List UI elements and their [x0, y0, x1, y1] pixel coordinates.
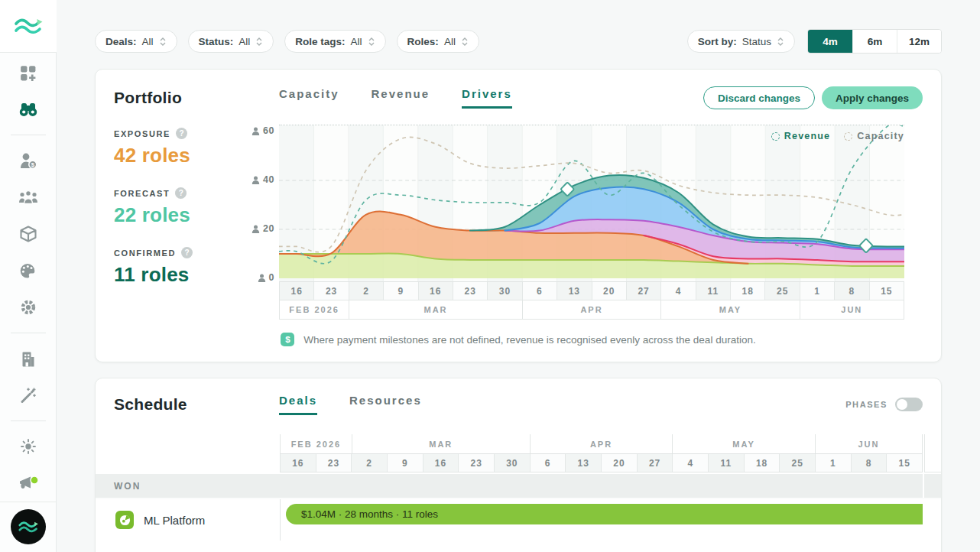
tab-drivers[interactable]: Drivers — [462, 87, 512, 109]
y-axis-tick: 0 — [258, 272, 274, 283]
tab-revenue[interactable]: Revenue — [372, 87, 430, 109]
person-icon — [251, 176, 260, 184]
binoculars-icon — [18, 101, 38, 118]
sort-label: Sort by: — [698, 36, 737, 47]
sidebar: $ — [0, 0, 57, 552]
filter-label: Status: — [199, 36, 234, 47]
notification-dot — [31, 476, 38, 484]
logo-waves-icon — [13, 15, 44, 37]
schedule-right-gutter — [924, 499, 941, 541]
tab-resources[interactable]: Resources — [349, 394, 422, 415]
sidebar-item-branding[interactable] — [18, 260, 39, 281]
section-row-body: WON — [96, 474, 923, 498]
sidebar-item-automations[interactable] — [18, 385, 39, 406]
sidebar-item-announcements[interactable] — [18, 472, 39, 494]
sidebar-item-company[interactable] — [18, 348, 39, 369]
y-axis-tick: 60 — [251, 125, 274, 136]
schedule-axis-dates: 162329162330613202741118251815 — [280, 453, 923, 472]
axis-date-cell: 4 — [661, 282, 696, 300]
axis-date-cell: 27 — [638, 454, 673, 472]
main-content: Deals: All Status: All Role tags: All Ro… — [57, 0, 980, 552]
tab-capacity[interactable]: Capacity — [279, 87, 339, 109]
toggle-knob — [897, 399, 907, 410]
deal-bar[interactable]: $1.04M · 28 months · 11 roles — [286, 504, 923, 524]
sidebar-item-team[interactable] — [18, 187, 39, 208]
user-avatar[interactable] — [11, 509, 46, 544]
axis-date-cell: 2 — [352, 454, 388, 472]
building-icon — [19, 350, 37, 368]
sidebar-item-dashboard[interactable] — [18, 62, 39, 83]
schedule-tabs: Deals Resources — [279, 394, 422, 415]
filter-roles[interactable]: Roles: All — [397, 30, 479, 53]
help-icon[interactable]: ? — [181, 247, 193, 258]
person-icon — [251, 127, 260, 135]
stat-label: FORECAST — [114, 189, 170, 198]
axis-date-cell: 9 — [388, 454, 423, 472]
axis-date-cell: 1 — [800, 282, 835, 300]
filter-role-tags[interactable]: Role tags: All — [284, 30, 385, 53]
filter-status[interactable]: Status: All — [188, 30, 274, 53]
schedule-right-gutter — [924, 434, 941, 472]
phases-control: PHASES — [845, 398, 923, 411]
section-label: WON — [96, 481, 141, 492]
filter-value: All — [351, 36, 362, 47]
chart-legend: Revenue Capacity — [771, 131, 904, 141]
deal-row-label[interactable]: ML Platform — [96, 499, 280, 541]
axis-date-cell: 8 — [852, 454, 888, 472]
range-6m-button[interactable]: 6m — [852, 30, 897, 53]
deal-row[interactable]: ML Platform $1.04M · 28 months · 11 role… — [96, 498, 941, 541]
apply-changes-button[interactable]: Apply changes — [822, 86, 923, 109]
note-text: Where payment milestones are not defined… — [303, 334, 755, 346]
sort-by-select[interactable]: Sort by: Status — [687, 30, 795, 53]
chart-x-axis-dates: 162329162330613202741118251815 — [279, 281, 904, 300]
filter-deals[interactable]: Deals: All — [95, 30, 177, 53]
gear-icon — [19, 298, 37, 317]
app-logo[interactable] — [0, 0, 57, 53]
filter-label: Deals: — [105, 36, 137, 47]
sidebar-footer — [0, 502, 57, 552]
axis-date-cell: 1 — [816, 454, 852, 472]
portfolio-stats: EXPOSURE? 42 roles FORECAST? 22 roles CO… — [114, 125, 244, 320]
portfolio-actions: Discard changes Apply changes — [703, 86, 923, 109]
y-axis-tick: 20 — [251, 223, 274, 234]
axis-month-cell: JUN — [800, 300, 904, 319]
revenue-note: $ Where payment milestones are not defin… — [114, 333, 923, 346]
axis-month-cell: MAY — [673, 434, 816, 453]
range-4m-button[interactable]: 4m — [808, 30, 852, 53]
axis-date-cell: 15 — [887, 454, 922, 472]
legend-capacity[interactable]: Capacity — [844, 131, 904, 141]
sidebar-divider — [11, 420, 46, 421]
help-icon[interactable]: ? — [176, 128, 187, 139]
dashed-circle-icon — [844, 132, 852, 141]
axis-month-cell: APR — [531, 434, 673, 453]
range-12m-button[interactable]: 12m — [897, 30, 941, 53]
filter-value: All — [444, 36, 456, 47]
dashed-circle-icon — [771, 132, 780, 141]
axis-date-cell: 16 — [280, 282, 314, 300]
chart-y-axis: 60 40 20 0 — [244, 125, 279, 320]
chevron-updown-icon — [159, 37, 167, 47]
sidebar-item-theme[interactable] — [18, 436, 39, 457]
stat-label: EXPOSURE — [114, 129, 170, 138]
cube-icon — [19, 225, 37, 243]
axis-date-cell: 13 — [557, 282, 592, 300]
chevron-updown-icon — [255, 37, 263, 47]
sidebar-item-resources[interactable] — [18, 223, 39, 245]
sidebar-item-portfolio[interactable] — [18, 99, 39, 120]
sun-icon — [19, 437, 37, 456]
sidebar-item-clients[interactable]: $ — [18, 150, 39, 171]
schedule-label-column — [96, 434, 280, 472]
discard-changes-button[interactable]: Discard changes — [703, 86, 815, 109]
tab-deals[interactable]: Deals — [279, 394, 317, 415]
axis-month-cell: JUN — [816, 434, 922, 453]
filter-label: Roles: — [407, 36, 439, 47]
dollar-icon: $ — [281, 333, 294, 346]
axis-month-cell: MAR — [349, 300, 523, 319]
sidebar-item-settings[interactable] — [18, 297, 39, 318]
schedule-header: Schedule Deals Resources PHASES — [96, 394, 941, 415]
legend-revenue[interactable]: Revenue — [771, 131, 831, 141]
filter-value: All — [142, 36, 154, 47]
help-icon[interactable]: ? — [175, 187, 187, 199]
phases-toggle[interactable] — [895, 398, 923, 411]
y-axis-tick: 40 — [251, 174, 274, 185]
